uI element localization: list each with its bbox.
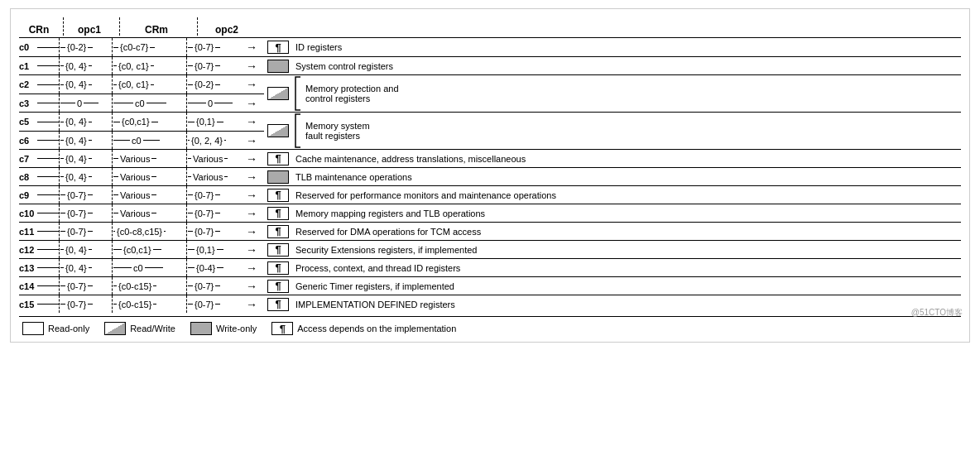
pilcrow-label: Access depends on the implementation bbox=[297, 324, 456, 333]
row-desc: Cache maintenance, address translations,… bbox=[292, 154, 961, 164]
pilcrow-icon: ¶ bbox=[267, 152, 289, 165]
pilcrow-icon: ¶ bbox=[267, 225, 289, 238]
row-desc: ID registers bbox=[292, 42, 961, 52]
pilcrow-icon: ¶ bbox=[267, 189, 289, 202]
writeonly-icon bbox=[267, 60, 289, 73]
readwrite-icon bbox=[267, 124, 289, 137]
table-row: c11 {0-7} {c0-c8,c15} {0-7} → ¶ Reserved… bbox=[19, 222, 961, 240]
row-desc: Memory mapping registers and TLB operati… bbox=[292, 209, 961, 218]
legend-writeonly: Write-only bbox=[190, 322, 257, 335]
header-opc1: opc1 bbox=[64, 24, 115, 36]
row-desc: Reserved for performance monitors and ma… bbox=[292, 190, 961, 200]
table-row: c8 {0, 4} Various Various → TLB maintena… bbox=[19, 167, 961, 185]
row-desc: IMPLEMENTATION DEFINED registers bbox=[292, 300, 961, 309]
readonly-box bbox=[22, 322, 44, 335]
row-desc: control registers bbox=[305, 94, 399, 103]
table-row: c14 {0-7} {c0-c15} {0-7} → ¶ Generic Tim… bbox=[19, 276, 961, 295]
row-desc: System control registers bbox=[292, 61, 961, 71]
readwrite-icon bbox=[267, 87, 289, 100]
readwrite-label: Read/Write bbox=[130, 324, 175, 333]
pilcrow-icon: ¶ bbox=[267, 243, 289, 257]
writeonly-box bbox=[190, 322, 212, 335]
row-desc: Generic Timer registers, if implemented bbox=[292, 281, 961, 291]
header-opc2: opc2 bbox=[198, 24, 256, 36]
header-crn: CRn bbox=[19, 24, 59, 36]
pilcrow-box: ¶ bbox=[271, 322, 293, 335]
legend: Read-only Read/Write Write-only ¶ Access… bbox=[19, 316, 961, 335]
pilcrow-icon: ¶ bbox=[267, 298, 289, 311]
legend-readonly: Read-only bbox=[22, 322, 89, 335]
pilcrow-icon: ¶ bbox=[267, 280, 289, 293]
row-desc: Memory system bbox=[305, 121, 370, 131]
readonly-label: Read-only bbox=[48, 324, 89, 333]
watermark: @51CTO博客 bbox=[911, 307, 963, 319]
legend-readwrite: Read/Write bbox=[104, 322, 175, 335]
row-desc: TLB maintenance operations bbox=[292, 172, 961, 182]
writeonly-label: Write-only bbox=[216, 324, 257, 333]
bracket-svg bbox=[294, 113, 302, 149]
table-row: c12 {0, 4} {c0,c1} {0,1} → ¶ Security Ex… bbox=[19, 240, 961, 258]
row-desc: Memory protection and bbox=[305, 84, 399, 94]
table-row: c9 {0-7} Various {0-7} → ¶ Reserved for … bbox=[19, 185, 961, 204]
table-row: c15 {0-7} {c0-c15} {0-7} → ¶ IMPLEMENTAT… bbox=[19, 295, 961, 313]
table-row: c1 {0, 4} {c0, c1} {0-7} → System contro… bbox=[19, 56, 961, 74]
table-row: c0 {0-2} {c0-c7} {0-7} → ¶ ID registers bbox=[19, 38, 961, 56]
legend-pilcrow: ¶ Access depends on the implementation bbox=[271, 322, 456, 335]
header-row: CRn opc1 CRm opc2 bbox=[19, 17, 961, 36]
grouped-rows-c5c6: c5 {0, 4} {c0,c1} {0,1} → c6 {0, 4} c0 bbox=[19, 112, 961, 149]
pilcrow-icon: ¶ bbox=[267, 41, 289, 54]
bracket-svg bbox=[294, 75, 302, 112]
row-desc: Process, context, and thread ID register… bbox=[292, 263, 961, 273]
table-row: c7 {0, 4} Various Various → ¶ Cache main… bbox=[19, 149, 961, 167]
row-desc: Security Extensions registers, if implem… bbox=[292, 245, 961, 255]
row-desc: fault registers bbox=[305, 131, 370, 141]
grouped-rows-c2c3: c2 {0, 4} {c0, c1} {0-2} → c3 0 c0 bbox=[19, 74, 961, 112]
row-desc: Reserved for DMA operations for TCM acce… bbox=[292, 227, 961, 237]
table-row: c13 {0, 4} c0 {0-4} → ¶ Process, context… bbox=[19, 258, 961, 276]
rows-container: c0 {0-2} {c0-c7} {0-7} → ¶ ID registers … bbox=[19, 37, 961, 313]
readwrite-box bbox=[104, 322, 126, 335]
writeonly-icon bbox=[267, 170, 289, 184]
pilcrow-icon: ¶ bbox=[267, 207, 289, 220]
header-crm: CRm bbox=[120, 24, 193, 36]
pilcrow-icon: ¶ bbox=[267, 261, 289, 275]
table-row: c10 {0-7} Various {0-7} → ¶ Memory mappi… bbox=[19, 204, 961, 222]
diagram-container: CRn opc1 CRm opc2 c0 {0-2} {c0-c7} {0-7}… bbox=[10, 8, 970, 343]
